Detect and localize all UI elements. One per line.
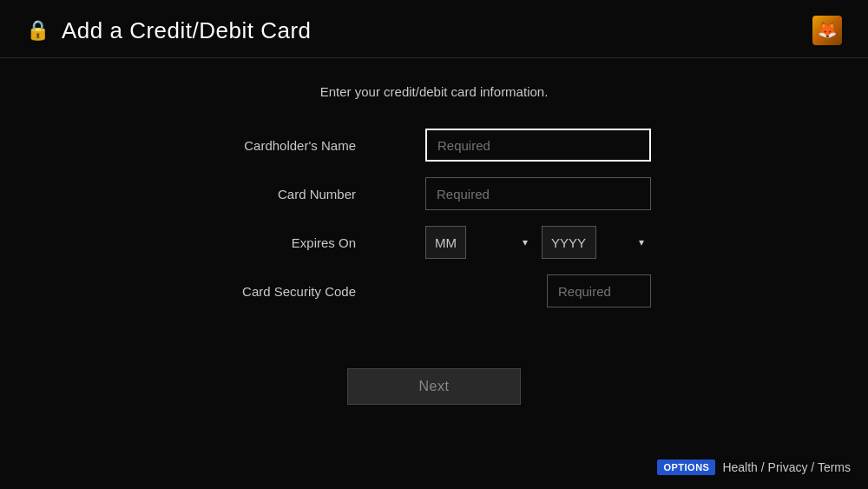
csc-row: Card Security Code [217, 274, 651, 307]
card-number-row: Card Number [217, 177, 651, 210]
card-number-input[interactable] [425, 177, 651, 210]
month-select[interactable]: MM 01 02 03 04 05 06 07 08 09 10 11 12 [425, 226, 466, 259]
page-title: Add a Credit/Debit Card [62, 17, 312, 44]
csc-label: Card Security Code [217, 284, 373, 299]
expires-inputs: MM 01 02 03 04 05 06 07 08 09 10 11 12 [425, 226, 651, 259]
expires-label: Expires On [217, 235, 373, 250]
form-subtitle: Enter your credit/debit card information… [320, 84, 549, 99]
cardholder-row: Cardholder's Name [217, 129, 651, 162]
month-select-wrapper: MM 01 02 03 04 05 06 07 08 09 10 11 12 [425, 226, 535, 259]
form-container: Cardholder's Name Card Number Expires On… [217, 129, 651, 307]
expires-row: Expires On MM 01 02 03 04 05 06 07 08 09 [217, 226, 651, 259]
year-select[interactable]: YYYY 2024 2025 2026 2027 2028 2029 2030 … [542, 226, 596, 259]
options-badge[interactable]: OPTIONS [657, 459, 715, 475]
next-button[interactable]: Next [347, 368, 521, 405]
lock-icon: 🔒 [26, 19, 49, 42]
header: 🔒 Add a Credit/Debit Card 🦊 [0, 0, 868, 58]
main-content: Enter your credit/debit card information… [0, 58, 868, 405]
footer-links: Health / Privacy / Terms [722, 460, 851, 474]
avatar: 🦊 [812, 16, 842, 45]
header-left: 🔒 Add a Credit/Debit Card [26, 17, 312, 44]
card-number-label: Card Number [217, 187, 373, 202]
cardholder-label: Cardholder's Name [217, 138, 373, 153]
year-select-wrapper: YYYY 2024 2025 2026 2027 2028 2029 2030 … [542, 226, 651, 259]
button-container: Next [347, 368, 521, 405]
csc-input[interactable] [547, 274, 651, 307]
cardholder-input[interactable] [425, 129, 651, 162]
footer: OPTIONS Health / Privacy / Terms [657, 459, 851, 475]
